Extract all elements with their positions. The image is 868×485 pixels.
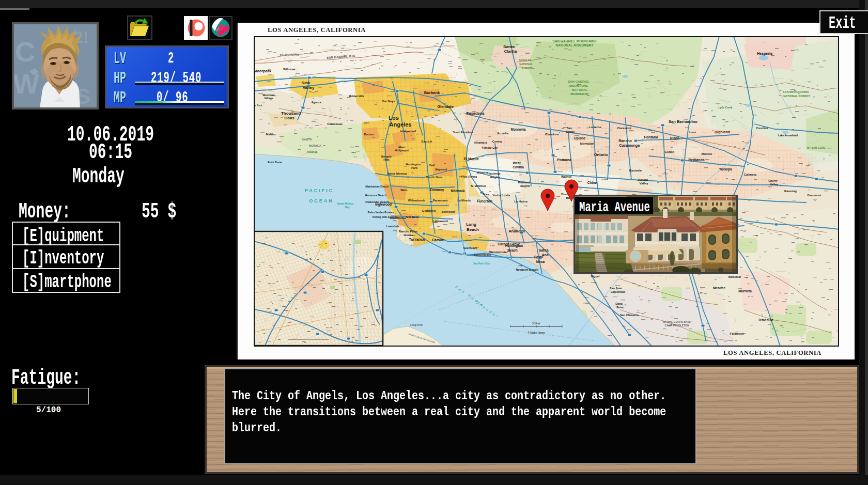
svg-text:Huntington: Huntington <box>505 244 523 248</box>
svg-text:Pomona: Pomona <box>557 158 571 162</box>
svg-text:Temple City: Temple City <box>482 146 499 149</box>
svg-text:Chino: Chino <box>587 181 597 184</box>
svg-text:Pico Rivera: Pico Rivera <box>461 175 477 178</box>
svg-text:La Mirada: La Mirada <box>457 199 471 202</box>
svg-text:S. Whittier: S. Whittier <box>471 184 486 187</box>
svg-text:Palos Verdes Estates: Palos Verdes Estates <box>368 211 394 214</box>
svg-text:Torrance: Torrance <box>409 237 425 242</box>
svg-text:Upland: Upland <box>574 136 585 140</box>
svg-text:PACIFIC: PACIFIC <box>305 188 334 193</box>
svg-text:SANTA: SANTA <box>302 138 313 141</box>
svg-text:Clarita: Clarita <box>504 49 517 54</box>
svg-text:Point Dume: Point Dume <box>268 161 282 164</box>
svg-text:FOREST: FOREST <box>522 67 532 70</box>
svg-text:Downey: Downey <box>430 188 444 192</box>
svg-text:OCEAN: OCEAN <box>309 198 334 204</box>
svg-text:Covina: Covina <box>492 140 502 143</box>
svg-text:South Pasadena: South Pasadena <box>453 131 473 134</box>
svg-text:Norwalk: Norwalk <box>451 189 464 193</box>
svg-text:Yorba Linda: Yorba Linda <box>492 194 510 197</box>
svg-text:Cherry: Cherry <box>768 179 778 182</box>
svg-text:El Monte: El Monte <box>463 157 478 161</box>
svg-text:Bellflower: Bellflower <box>442 210 456 213</box>
svg-text:Santa: Santa <box>538 248 548 252</box>
svg-text:Wildomar: Wildomar <box>728 275 741 278</box>
svg-text:Simi: Simi <box>302 81 311 85</box>
svg-text:MARINE CORPS BASE: MARINE CORPS BASE <box>663 320 691 323</box>
svg-text:Rolling Hills Estates: Rolling Hills Estates <box>373 215 397 218</box>
svg-text:Whittier: Whittier <box>477 171 489 174</box>
svg-text:CAMP PENDLETON: CAMP PENDLETON <box>665 324 689 327</box>
svg-text:Alhambra: Alhambra <box>474 141 487 144</box>
svg-text:La Habra: La Habra <box>514 200 528 203</box>
svg-text:Glendora: Glendora <box>545 133 559 136</box>
svg-text:Burbank: Burbank <box>424 90 440 95</box>
svg-text:ANGELES: ANGELES <box>519 58 532 61</box>
svg-text:Newport Beach: Newport Beach <box>516 268 538 271</box>
svg-text:Lakewood: Lakewood <box>432 220 448 223</box>
svg-text:Oaks: Oaks <box>284 116 295 120</box>
svg-text:Oak Park: Oak Park <box>254 104 262 107</box>
svg-text:Sunset Beach: Sunset Beach <box>474 253 491 256</box>
svg-text:Heights: Heights <box>490 176 500 179</box>
svg-text:South Gate: South Gate <box>426 176 443 179</box>
svg-text:Paramount: Paramount <box>433 199 448 202</box>
svg-text:MONUMENT: MONUMENT <box>570 92 589 96</box>
svg-text:NAT ONAL: NAT ONAL <box>572 88 588 91</box>
svg-text:Rancho Palos: Rancho Palos <box>399 230 417 233</box>
svg-text:Valley: Valley <box>639 182 648 185</box>
svg-text:SAN GABRIEL MOUNTAINS: SAN GABRIEL MOUNTAINS <box>552 39 597 43</box>
svg-text:Glendale: Glendale <box>437 104 454 109</box>
svg-text:Beach: Beach <box>507 248 518 252</box>
svg-text:MT SAN GORG: MT SAN GORG <box>807 146 826 149</box>
svg-text:San Clemente: San Clemente <box>620 314 639 317</box>
svg-text:Capistrano: Capistrano <box>611 290 626 293</box>
svg-text:Hollywood: Hollywood <box>400 130 416 133</box>
svg-text:San: San <box>567 127 572 130</box>
svg-text:Bell: Bell <box>429 164 435 167</box>
svg-text:Long: Long <box>466 222 476 227</box>
svg-text:Carson: Carson <box>432 238 444 242</box>
svg-text:Montclair: Montclair <box>580 142 594 145</box>
svg-text:Hacienda: Hacienda <box>488 172 501 175</box>
svg-text:La Verne: La Verne <box>590 126 601 129</box>
svg-text:Angeles: Angeles <box>390 121 412 128</box>
svg-text:West: West <box>513 161 521 165</box>
svg-text:© Globe Turner: © Globe Turner <box>528 331 545 334</box>
svg-text:Yucaipa: Yucaipa <box>719 167 732 171</box>
svg-text:East LA: East LA <box>422 140 432 143</box>
svg-text:Gardena: Gardena <box>406 215 419 218</box>
svg-text:Cucamonga: Cucamonga <box>619 144 640 148</box>
svg-text:Fillmore: Fillmore <box>283 68 296 71</box>
svg-text:Hollywood: Hollywood <box>395 149 409 152</box>
svg-text:Covina: Covina <box>513 165 524 169</box>
svg-text:Monrovia: Monrovia <box>511 128 526 131</box>
svg-text:Menifee: Menifee <box>713 286 726 290</box>
svg-text:MONICA: MONICA <box>309 144 322 147</box>
svg-text:Village: Village <box>264 97 273 100</box>
svg-text:Hidden Hills: Hidden Hills <box>349 95 364 98</box>
svg-text:San Bernardino: San Bernardino <box>669 119 698 124</box>
svg-text:Arcadia: Arcadia <box>497 132 509 135</box>
svg-text:Eastvale: Eastvale <box>629 169 642 172</box>
svg-text:Niguel: Niguel <box>591 275 600 278</box>
svg-text:Heights: Heights <box>520 184 530 187</box>
svg-text:Highland: Highland <box>715 130 730 134</box>
svg-text:Hermosa Beach: Hermosa Beach <box>365 194 386 197</box>
svg-text:Rancho: Rancho <box>618 139 632 143</box>
svg-text:Walnut: Walnut <box>561 175 571 178</box>
svg-text:Santa: Santa <box>503 44 515 49</box>
svg-text:Mesa: Mesa <box>536 260 545 263</box>
svg-text:Beaumont: Beaumont <box>808 194 822 197</box>
svg-text:Costa: Costa <box>534 255 543 259</box>
svg-text:Rialto: Rialto <box>670 136 679 140</box>
svg-text:San Pedro Bay: San Pedro Bay <box>473 262 490 265</box>
svg-text:Thousand: Thousand <box>281 111 301 116</box>
svg-text:Beach: Beach <box>467 227 479 232</box>
svg-text:Topanga: Topanga <box>307 150 318 153</box>
svg-text:Brea: Brea <box>483 193 489 196</box>
svg-text:Mentone: Mentone <box>702 152 712 155</box>
svg-text:Ontario: Ontario <box>594 152 608 157</box>
svg-text:Huntington: Huntington <box>406 163 421 166</box>
svg-text:Watts: Watts <box>400 189 408 192</box>
